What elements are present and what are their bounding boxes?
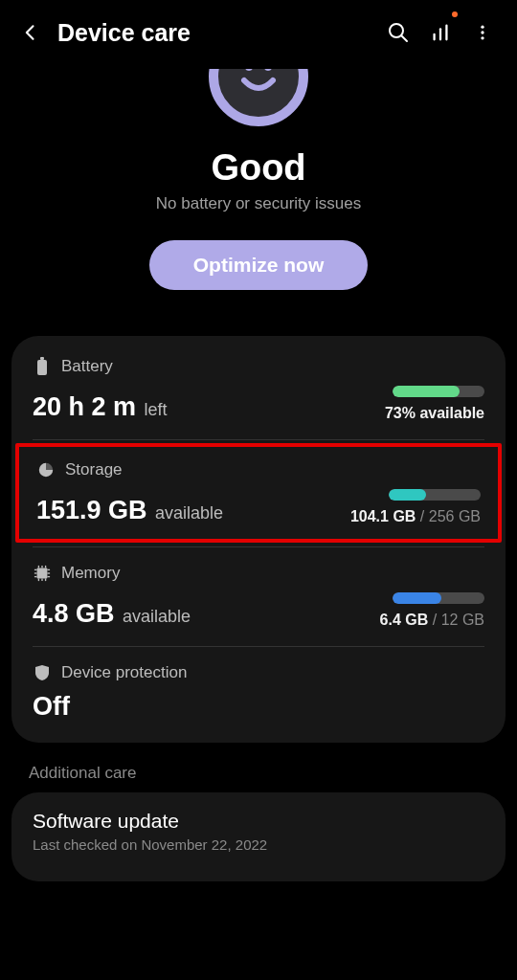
storage-suffix: available [155, 503, 223, 523]
metrics-card: Battery 20 h 2 m left 73% available Stor… [11, 336, 506, 743]
notification-dot-icon [452, 11, 458, 17]
svg-line-1 [401, 35, 407, 41]
storage-meter [389, 489, 481, 501]
memory-used-total: 6.4 GB / 12 GB [380, 612, 484, 629]
software-update-subtitle: Last checked on November 22, 2022 [33, 836, 484, 853]
software-update-row[interactable]: Software update Last checked on November… [11, 792, 506, 881]
battery-value: 20 h 2 m [33, 392, 136, 421]
bars-icon [430, 22, 451, 43]
storage-used: 104.1 GB [350, 508, 416, 524]
svg-rect-10 [37, 360, 47, 375]
page-title: Device care [57, 19, 375, 47]
shield-icon [33, 663, 52, 682]
svg-point-5 [481, 26, 483, 29]
svg-point-6 [481, 31, 483, 33]
battery-meter-fill [393, 386, 460, 397]
storage-row[interactable]: Storage 151.9 GB available 104.1 GB / 25… [11, 439, 506, 546]
memory-total: 12 GB [441, 612, 484, 628]
battery-row[interactable]: Battery 20 h 2 m left 73% available [11, 340, 506, 439]
memory-value: 4.8 GB [33, 599, 115, 628]
battery-suffix: left [145, 400, 168, 419]
status-subtitle: No battery or security issues [0, 194, 517, 213]
software-update-title: Software update [33, 810, 484, 833]
back-button[interactable] [15, 17, 46, 48]
battery-value-wrap: 20 h 2 m left [33, 392, 168, 422]
status-title: Good [0, 147, 517, 189]
svg-rect-12 [37, 568, 48, 579]
storage-meter-fill [389, 489, 426, 501]
search-icon [387, 21, 410, 44]
storage-highlight-box: Storage 151.9 GB available 104.1 GB / 25… [15, 443, 502, 543]
svg-point-9 [264, 69, 272, 71]
svg-point-8 [245, 69, 253, 71]
storage-label: Storage [65, 460, 123, 479]
memory-meter-fill [393, 592, 441, 604]
protection-label: Device protection [61, 663, 187, 682]
more-button[interactable] [463, 13, 502, 52]
back-arrow-icon [21, 23, 40, 42]
battery-icon [33, 357, 52, 376]
status-hero: Good No battery or security issues Optim… [0, 61, 517, 313]
storage-value: 151.9 GB [36, 496, 147, 524]
storage-value-wrap: 151.9 GB available [36, 496, 223, 525]
battery-available-text: 73% available [385, 405, 484, 422]
battery-label: Battery [61, 357, 113, 376]
memory-meter [393, 592, 484, 604]
more-vertical-icon [473, 23, 492, 42]
stats-button[interactable] [421, 13, 460, 52]
optimize-button[interactable]: Optimize now [149, 240, 369, 290]
memory-label: Memory [61, 564, 120, 583]
svg-rect-11 [40, 357, 44, 360]
protection-row[interactable]: Device protection Off [11, 646, 506, 739]
smile-face-icon [230, 69, 287, 105]
memory-suffix: available [123, 607, 191, 626]
status-face [209, 69, 308, 130]
search-button[interactable] [379, 13, 417, 52]
memory-row[interactable]: Memory 4.8 GB available 6.4 GB / 12 GB [11, 546, 506, 646]
app-header: Device care [0, 0, 517, 61]
svg-point-7 [481, 36, 483, 39]
storage-total: 256 GB [429, 508, 481, 524]
memory-used: 6.4 GB [380, 612, 429, 628]
protection-value: Off [33, 692, 70, 722]
storage-used-total: 104.1 GB / 256 GB [350, 508, 481, 525]
memory-value-wrap: 4.8 GB available [33, 599, 191, 629]
battery-meter [393, 386, 484, 397]
memory-icon [33, 564, 52, 583]
storage-icon [36, 460, 56, 479]
additional-care-label: Additional care [0, 743, 517, 792]
